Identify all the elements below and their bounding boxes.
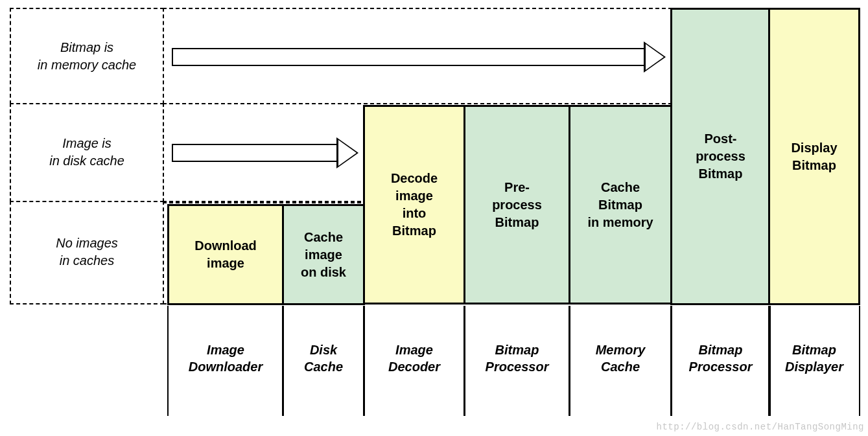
row-label-text: Bitmap isin memory cache	[38, 39, 136, 74]
row-label-no-caches: No imagesin caches	[10, 201, 164, 304]
column-label-memory-cache: MemoryCache	[569, 306, 672, 416]
row-label-disk-cache: Image isin disk cache	[10, 103, 164, 202]
row-label-text: No imagesin caches	[56, 235, 118, 270]
box-label: Downloadimage	[194, 237, 257, 272]
column-label-text: ImageDecoder	[388, 341, 440, 375]
box-download-image: Downloadimage	[167, 204, 284, 305]
column-label-image-downloader: ImageDownloader	[167, 306, 284, 416]
box-postprocess-bitmap: Post-processBitmap	[670, 8, 771, 305]
box-label: CacheBitmapin memory	[587, 179, 653, 231]
box-label: DisplayBitmap	[791, 139, 837, 174]
column-label-disk-cache: DiskCache	[282, 306, 365, 416]
column-label-text: DiskCache	[304, 341, 343, 375]
box-cache-in-memory: CacheBitmapin memory	[569, 105, 672, 304]
column-label-text: BitmapProcessor	[486, 341, 549, 375]
watermark-text: http://blog.csdn.net/HanTangSongMing	[657, 422, 864, 432]
arrow-head-icon	[644, 41, 666, 73]
arrow-head-icon	[336, 137, 358, 168]
row-label-text: Image isin disk cache	[49, 135, 124, 170]
column-label-bitmap-processor-2: BitmapProcessor	[670, 306, 771, 416]
column-label-bitmap-displayer: BitmapDisplayer	[768, 306, 860, 416]
arrow-memory-cache	[172, 41, 666, 73]
column-label-text: MemoryCache	[596, 341, 646, 375]
row-label-memory-cache: Bitmap isin memory cache	[10, 8, 164, 104]
column-label-image-decoder: ImageDecoder	[363, 306, 465, 416]
column-label-text: BitmapProcessor	[689, 341, 753, 375]
column-label-bitmap-processor-1: BitmapProcessor	[463, 306, 570, 416]
box-preprocess-bitmap: Pre-processBitmap	[463, 105, 570, 304]
arrow-disk-cache	[172, 137, 358, 168]
box-label: Cacheimageon disk	[301, 229, 346, 281]
column-label-text: BitmapDisplayer	[785, 341, 843, 375]
box-cache-on-disk: Cacheimageon disk	[282, 204, 365, 305]
box-decode-bitmap: DecodeimageintoBitmap	[363, 105, 465, 304]
arrow-shaft	[172, 144, 339, 162]
box-display-bitmap: DisplayBitmap	[768, 8, 860, 305]
box-label: DecodeimageintoBitmap	[391, 170, 438, 240]
box-label: Post-processBitmap	[696, 130, 745, 183]
arrow-shaft	[172, 48, 646, 66]
box-label: Pre-processBitmap	[492, 179, 542, 231]
column-label-text: ImageDownloader	[189, 341, 263, 375]
